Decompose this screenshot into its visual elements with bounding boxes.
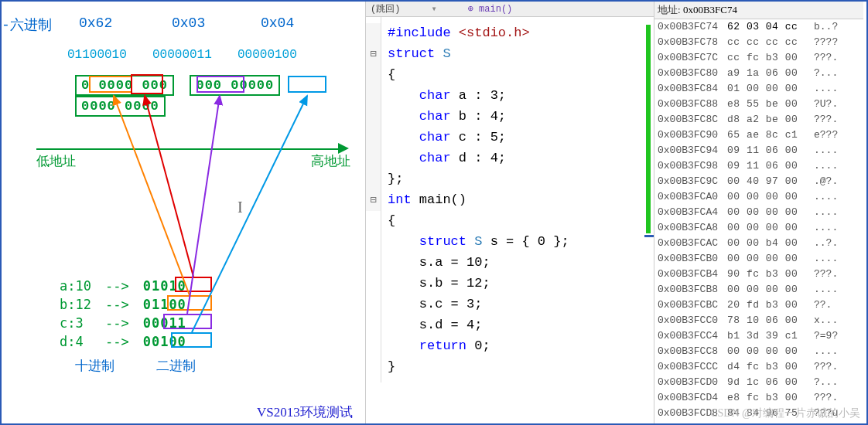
byte-box-1: 000 00000	[190, 75, 280, 96]
scope-dropdown[interactable]: (跳回)	[371, 2, 400, 15]
memory-row[interactable]: 0x00B3FCC078 10 06 00x...	[654, 313, 863, 328]
decimal-label: 十进制	[75, 357, 114, 375]
memory-row[interactable]: 0x00B3FC7Ccc fc b3 00???.	[654, 50, 863, 66]
code-editor[interactable]: #include <stdio.h> struct S { char a : 3…	[381, 17, 576, 382]
memory-row[interactable]: 0x00B3FC9065 ae 8c c1e???	[654, 128, 863, 143]
fold-gutter[interactable]: ⊟ ⊟	[366, 17, 381, 382]
memory-row[interactable]: 0x00B3FCC4b1 3d 39 c1?=9?	[654, 328, 863, 344]
fold-icon: ⊟	[366, 190, 381, 211]
hex-1: 0x03	[172, 15, 205, 31]
binary-label: 二进制	[156, 357, 196, 375]
svg-line-0	[145, 96, 193, 277]
code-nav-bar[interactable]: (跳回) ▾ ⊕ main()	[366, 2, 654, 17]
memory-row[interactable]: 0x00B3FC8Cd8 a2 be 00???.	[654, 112, 863, 128]
memory-row[interactable]: 0x00B3FCAC00 00 b4 00..?.	[654, 236, 863, 251]
memory-row[interactable]: 0x00B3FCC800 00 00 00....	[654, 344, 863, 359]
code-panel: (跳回) ▾ ⊕ main() ⊟ ⊟ #include <stdio.h> s…	[365, 2, 654, 423]
memory-row[interactable]: 0x00B3FCB490 fc b3 00???.	[654, 267, 863, 282]
change-indicator	[646, 25, 651, 233]
memory-row[interactable]: 0x00B3FCD4e8 fc b3 00???.	[654, 390, 863, 406]
memory-row[interactable]: 0x00B3FC9809 11 06 00....	[654, 158, 863, 174]
memory-rows[interactable]: 0x00B3FC7462 03 04 ccb..?0x00B3FC78cc cc…	[654, 19, 863, 425]
memory-header[interactable]: 地址: 0x00B3FC74	[654, 2, 863, 19]
memory-axis	[36, 148, 342, 150]
assignment-table: a:10-->01010 b:12-->01100 c:3-->00011 d:…	[52, 276, 194, 352]
memory-row[interactable]: 0x00B3FC9C00 40 97 00.@?.	[654, 174, 863, 189]
diagram-panel: -六进制 0x62 0x03 0x04 01100010 00000011 00…	[2, 2, 365, 423]
env-footer: VS2013环境测试数据	[257, 403, 365, 425]
memory-row[interactable]: 0x00B3FCA400 00 00 00....	[654, 205, 863, 220]
byte-box-2: 0000 0000	[75, 96, 166, 117]
byte-box-0: 0 0000 000	[75, 75, 174, 96]
memory-row[interactable]: 0x00B3FC9409 11 06 00....	[654, 143, 863, 158]
fold-icon: ⊟	[366, 44, 381, 65]
hex-2: 0x04	[261, 15, 294, 31]
watermark: CSDN @对编程一片赤诚的小吴	[710, 406, 860, 420]
svg-line-1	[114, 96, 190, 295]
memory-row[interactable]: 0x00B3FCB800 00 00 00....	[654, 282, 863, 298]
bin-2: 00000100	[238, 48, 297, 62]
memory-row[interactable]: 0x00B3FCDC00 40 97 00.@?.	[654, 421, 863, 425]
memory-panel: 地址: 0x00B3FC74 0x00B3FC7462 03 04 ccb..?…	[654, 2, 863, 423]
function-dropdown[interactable]: ⊕ main()	[468, 3, 513, 15]
memory-row[interactable]: 0x00B3FC7462 03 04 ccb..?	[654, 19, 863, 35]
bin-1: 00000011	[152, 48, 212, 62]
axis-low-label: 低地址	[36, 152, 76, 170]
axis-high-label: 高地址	[311, 152, 350, 170]
memory-addr-label: 地址:	[658, 4, 681, 15]
memory-row[interactable]: 0x00B3FCA000 00 00 00....	[654, 189, 863, 205]
bin-0: 01100010	[67, 48, 127, 62]
memory-row[interactable]: 0x00B3FCA800 00 00 00....	[654, 220, 863, 236]
current-line-marker	[644, 235, 654, 237]
radix-hex-label: -六进制	[2, 15, 52, 34]
memory-row[interactable]: 0x00B3FC88e8 55 be 00?U?.	[654, 97, 863, 112]
memory-row[interactable]: 0x00B3FCCCd4 fc b3 00???.	[654, 359, 863, 375]
memory-row[interactable]: 0x00B3FC8401 00 00 00....	[654, 81, 863, 97]
svg-line-3	[192, 96, 307, 332]
memory-row[interactable]: 0x00B3FC80a9 1a 06 00?...	[654, 66, 863, 81]
memory-addr-input[interactable]: 0x00B3FC74	[683, 4, 737, 15]
memory-row[interactable]: 0x00B3FC78cc cc cc cc????	[654, 35, 863, 50]
text-cursor-icon: I	[238, 199, 243, 216]
memory-row[interactable]: 0x00B3FCBC20 fd b3 00 ??.	[654, 298, 863, 313]
hex-0: 0x62	[79, 15, 112, 31]
memory-row[interactable]: 0x00B3FCB000 00 00 00....	[654, 251, 863, 267]
memory-row[interactable]: 0x00B3FCD09d 1c 06 00?...	[654, 375, 863, 390]
